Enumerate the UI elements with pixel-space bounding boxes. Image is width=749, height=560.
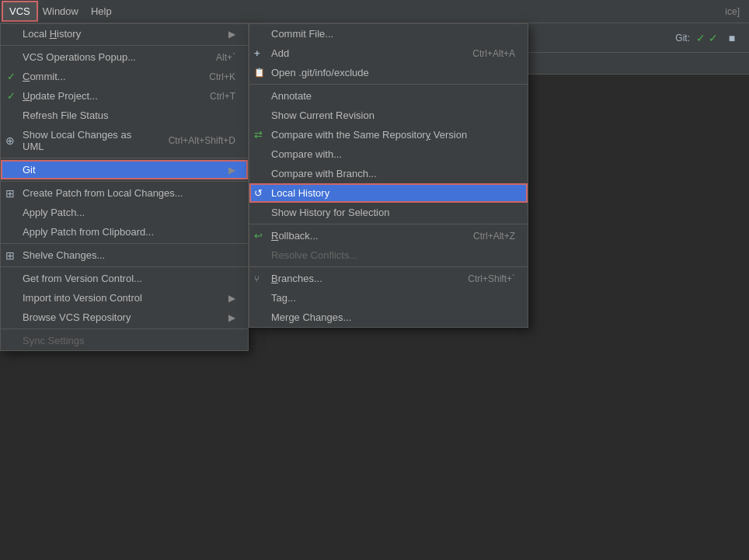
menu-divider-3 <box>1 181 248 182</box>
git-show-current-revision[interactable]: Show Current Revision <box>249 106 528 125</box>
menu-divider-2 <box>1 158 248 158</box>
vcs-apply-patch-clipboard[interactable]: Apply Patch from Clipboard... <box>1 222 248 242</box>
vcs-update-project[interactable]: ✓ Update Project... Ctrl+T <box>1 86 248 106</box>
git-branches[interactable]: ⑂ Branches... Ctrl+Shift+` <box>249 269 528 288</box>
git-commit-file[interactable]: Commit File... <box>249 24 528 43</box>
vcs-local-history[interactable]: Local History ▶ <box>1 24 248 43</box>
uml-icon: ⊕ <box>5 134 15 147</box>
menu-divider-6 <box>1 329 248 329</box>
vcs-show-local-changes-uml[interactable]: ⊕ Show Local Changes as UML Ctrl+Alt+Shi… <box>1 125 248 156</box>
vcs-browse-repository[interactable]: Browse VCS Repository ▶ <box>1 308 248 327</box>
vcs-operations-popup[interactable]: VCS Operations Popup... Alt+` <box>1 47 248 67</box>
show-history-label: Local History <box>271 187 329 199</box>
git-check1: ✓ <box>696 32 705 44</box>
vcs-get-version-control[interactable]: Get from Version Control... <box>1 269 248 288</box>
add-icon: + <box>254 47 260 59</box>
update-check: ✓ <box>7 90 16 102</box>
branches-icon: ⑂ <box>254 274 260 283</box>
git-show-history-selection[interactable]: Show History for Selection <box>249 203 528 222</box>
git-resolve-conflicts: Resolve Conflicts... <box>249 245 528 265</box>
git-check2: ✓ <box>709 32 718 44</box>
shelve-icon: ⊞ <box>5 249 15 262</box>
vcs-commit[interactable]: ✓ Commit... Ctrl+K <box>1 67 248 86</box>
create-patch-icon: ⊞ <box>5 187 15 200</box>
git-arrow: ▶ <box>228 165 235 176</box>
stop-button[interactable]: ■ <box>721 27 743 49</box>
git-compare-branch[interactable]: Compare with Branch... <box>249 164 528 183</box>
rollback-icon: ↩ <box>254 230 263 242</box>
git-submenu: Commit File... + Add Ctrl+Alt+A 📋 Open .… <box>249 23 528 328</box>
git-divider-1 <box>249 84 528 85</box>
browse-arrow: ▶ <box>228 312 235 323</box>
menu-divider-5 <box>1 266 248 267</box>
git-show-history[interactable]: ↺ Local History <box>249 183 528 203</box>
vcs-shelve-changes[interactable]: ⊞ Shelve Changes... <box>1 245 248 265</box>
git-label: Git: <box>675 33 690 43</box>
git-compare-with[interactable]: Compare with... <box>249 144 528 164</box>
menu-bar: VCS Window Help ice] <box>0 0 749 23</box>
vcs-sync-settings: Sync Settings <box>1 331 248 350</box>
vcs-git[interactable]: Git ▶ <box>1 160 248 179</box>
git-compare-same-repo[interactable]: ⇄ Compare with the Same Repository Versi… <box>249 125 528 144</box>
local-history-label: Local History <box>23 28 81 40</box>
vcs-create-patch[interactable]: ⊞ Create Patch from Local Changes... <box>1 183 248 203</box>
show-history-icon: ↺ <box>254 187 263 199</box>
vcs-apply-patch[interactable]: Apply Patch... <box>1 203 248 222</box>
menu-divider-1 <box>1 45 248 46</box>
git-tag[interactable]: Tag... <box>249 288 528 308</box>
vcs-menu: Local History ▶ VCS Operations Popup... … <box>0 23 249 351</box>
exclude-icon: 📋 <box>254 68 265 78</box>
menu-vcs[interactable]: VCS <box>3 2 37 20</box>
git-merge-changes[interactable]: Merge Changes... <box>249 308 528 327</box>
menu-window[interactable]: Window <box>37 2 85 20</box>
compare-icon: ⇄ <box>254 129 263 141</box>
git-rollback[interactable]: ↩ Rollback... Ctrl+Alt+Z <box>249 226 528 245</box>
menu-help[interactable]: Help <box>85 2 118 20</box>
menu-divider-4 <box>1 243 248 244</box>
commit-check: ✓ <box>7 71 16 82</box>
vcs-import-version-control[interactable]: Import into Version Control ▶ <box>1 288 248 308</box>
git-add[interactable]: + Add Ctrl+Alt+A <box>249 43 528 63</box>
git-open-exclude[interactable]: 📋 Open .git/info/exclude <box>249 63 528 82</box>
vcs-refresh-file-status[interactable]: Refresh File Status <box>1 106 248 125</box>
git-divider-2 <box>249 224 528 224</box>
import-arrow: ▶ <box>228 293 235 304</box>
local-history-arrow: ▶ <box>228 29 235 40</box>
git-divider-3 <box>249 266 528 267</box>
git-annotate[interactable]: Annotate <box>249 86 528 106</box>
title-right: ice] <box>725 6 740 17</box>
